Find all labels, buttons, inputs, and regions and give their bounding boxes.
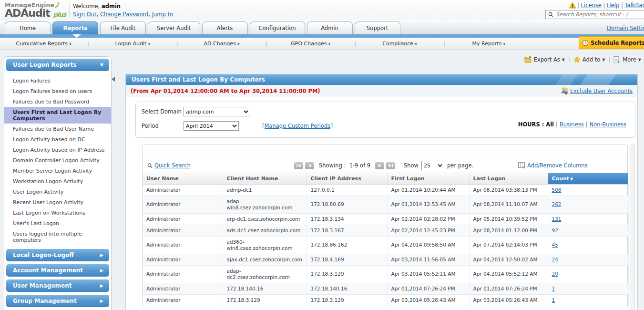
search-icon <box>548 12 553 17</box>
cell-count: 20 <box>548 265 628 283</box>
clock-icon <box>582 40 589 46</box>
sidebar-section-group-management[interactable]: Group Management▶ <box>6 295 109 307</box>
sidebar-item-recent-user-logon-activity[interactable]: Recent User Logon Activity <box>4 197 111 207</box>
nav-cumulative-reports[interactable]: Cumulative Reports ▾ <box>0 41 87 47</box>
exclude-user-accounts-link[interactable]: Exclude User Accounts <box>570 88 633 94</box>
sidebar-item-users-logged-into-multiple-computers[interactable]: Users logged into multiple computers <box>4 228 111 245</box>
warning-icon[interactable]: ! <box>569 2 576 9</box>
cell-host: 172.18.3.129 <box>223 294 307 306</box>
nav-gpo-changes[interactable]: GPO Changes ▾ <box>267 41 354 47</box>
cell-count: 24 <box>548 254 628 265</box>
cell-last: Apr 01,2014 07:26:24 PM <box>469 283 548 294</box>
cell-host: ajax-dc1.csez.zohocorpin.com <box>223 254 307 265</box>
sidebar-item-user-logon-activity[interactable]: User Logon Activity <box>4 186 111 197</box>
period-label: Period <box>142 123 184 129</box>
tab-reports[interactable]: Reports <box>52 21 98 34</box>
sidebar-collapse-handle[interactable] <box>112 73 116 85</box>
top-links-container: | License | Help | TalkBack <box>577 2 644 9</box>
cell-host: 172.18.140.16 <box>223 283 307 294</box>
count-link[interactable]: 20 <box>552 271 558 277</box>
count-link[interactable]: 24 <box>552 257 558 262</box>
chevron-right-icon: ▶ <box>100 253 103 258</box>
column-header-client-ip-address[interactable]: Client IP Address <box>307 173 387 184</box>
quick-search-link[interactable]: Quick Search <box>147 162 191 169</box>
sidebar-section-local-logon-logoff[interactable]: Local Logon-Logoff▶ <box>6 249 109 261</box>
tab-server-audit[interactable]: Server Audit <box>148 21 200 34</box>
search-placeholder: Search Reports; shortcut - / <box>556 11 628 18</box>
tab-alerts[interactable]: Alerts <box>202 21 248 34</box>
nav-compliance[interactable]: Compliance ▾ <box>356 41 443 47</box>
sidebar-item-failures-due-to-bad-password[interactable]: Failures due to Bad Password <box>4 96 111 107</box>
table-scrollbar[interactable] <box>630 145 635 310</box>
count-link[interactable]: 45 <box>552 242 558 248</box>
tab-home[interactable]: Home <box>5 21 51 34</box>
talkback-link[interactable]: TalkBack <box>624 2 644 9</box>
hours-nonbusiness-link[interactable]: Non-Business <box>590 121 626 128</box>
count-link[interactable]: 131 <box>552 216 562 222</box>
jump-to-link[interactable]: Jump to <box>152 11 173 18</box>
adaudit-logo[interactable]: ManageEngine ADAudit plus <box>5 1 72 20</box>
tab-support[interactable]: Support <box>355 21 400 34</box>
count-link[interactable]: 262 <box>552 201 562 207</box>
sidebar-item-users-first-and-last-logon-by-computers[interactable]: Users First and Last Logon By Computers <box>4 107 111 124</box>
period-select[interactable]: April 2014 <box>184 121 239 131</box>
hours-all[interactable]: All <box>546 121 554 128</box>
first-page-button[interactable] <box>294 162 303 169</box>
schedule-reports-button[interactable]: Schedule Reports <box>579 36 644 49</box>
sidebar-item-last-logon-on-workstations[interactable]: Last Logon on Workstations <box>4 207 111 218</box>
cell-host: admp-dc1 <box>223 184 307 196</box>
sidebar-item-member-server-logon-activity[interactable]: Member Server Logon Activity <box>4 165 111 176</box>
cell-user: Administrator <box>143 196 223 213</box>
nav-logon-audit[interactable]: Logon Audit ▾ <box>89 41 176 47</box>
table-row: Administratoradmp-dc1127.0.0.1Apr 01,201… <box>143 184 628 196</box>
last-page-button[interactable] <box>386 162 395 169</box>
cell-first: Apr 03,2014 05:52:11 AM <box>387 265 469 283</box>
column-header-user-name[interactable]: User Name <box>143 173 223 184</box>
cell-host: ads-dc1.csez.zohocorpin.com <box>223 225 307 236</box>
tab-file-audit[interactable]: File Audit <box>100 21 146 34</box>
add-remove-columns-link[interactable]: Add/Remove Columns <box>518 162 588 169</box>
export-as-button[interactable]: Export As ▼ <box>524 56 565 63</box>
column-header-first-logon[interactable]: First Logon <box>387 173 469 184</box>
change-password-link[interactable]: Change Password <box>100 11 148 18</box>
page-size-select[interactable]: 25 <box>421 161 444 170</box>
count-link[interactable]: 1 <box>552 286 555 291</box>
sidebar-item-logon-failures[interactable]: Logon Failures <box>4 75 111 86</box>
hours-business-link[interactable]: Business <box>560 121 584 128</box>
license-link[interactable]: License <box>581 2 602 9</box>
help-link[interactable]: Help <box>607 2 619 9</box>
adaudit-brand: ADAudit plus <box>5 9 72 20</box>
column-header-client-host-name[interactable]: Client Host Name <box>223 173 307 184</box>
sidebar-item-logon-activity-based-on-dc[interactable]: Logon Activity based on DC <box>4 134 111 145</box>
add-to-button[interactable]: Add to ▼ <box>573 56 605 63</box>
sidebar-item-workstation-logon-activity[interactable]: Workstation Logon Activity <box>4 176 111 186</box>
sidebar-section-account-management[interactable]: Account Management▶ <box>6 264 109 277</box>
count-link[interactable]: 508 <box>552 187 562 193</box>
sidebar-section-user-logon-reports[interactable]: User Logon Reports▼ <box>6 59 109 71</box>
tab-configuration[interactable]: Configuration <box>250 21 305 34</box>
next-page-button[interactable] <box>375 162 384 169</box>
sidebar-item-logon-failures-based-on-users[interactable]: Logon Failures based on users <box>4 86 111 96</box>
manage-custom-periods-link[interactable]: [Manage Custom Periods] <box>262 123 333 129</box>
count-link[interactable]: 92 <box>552 227 558 233</box>
table-row: Administrator172.18.3.129172.18.3.129Apr… <box>143 294 628 306</box>
more-button[interactable]: More ▼ <box>613 56 641 63</box>
domain-settings-link[interactable]: Domain Settings <box>607 25 644 31</box>
count-link[interactable]: 1 <box>552 297 555 303</box>
tab-admin[interactable]: Admin <box>307 21 353 34</box>
search-input[interactable]: Search Reports; shortcut - / <box>545 10 644 19</box>
nav-ad-changes[interactable]: AD Changes ▾ <box>178 41 265 47</box>
cell-user: Administrator <box>143 184 223 196</box>
nav-my-reports[interactable]: My Reports ▾ <box>445 41 532 47</box>
domain-select[interactable]: admp.com <box>184 107 250 116</box>
prev-page-button[interactable] <box>305 162 314 169</box>
column-header-count[interactable]: Count▼ <box>548 173 628 184</box>
sidebar-item-logon-activity-based-on-ip-address[interactable]: Logon Activity based on IP Address <box>4 145 111 155</box>
sidebar-item-domain-controller-logon-activity[interactable]: Domain Controller Logon Activity <box>4 155 111 165</box>
sidebar-item-user-s-last-logon[interactable]: User's Last Logon <box>4 218 111 228</box>
column-header-last-logon[interactable]: Last Logon <box>469 173 548 184</box>
sidebar-item-failures-due-to-bad-user-name[interactable]: Failures due to Bad User Name <box>4 124 111 134</box>
sign-out-link[interactable]: Sign Out <box>73 11 97 18</box>
sidebar-section-user-management[interactable]: User Management▶ <box>6 279 109 292</box>
cell-user: Administrator <box>143 265 223 283</box>
